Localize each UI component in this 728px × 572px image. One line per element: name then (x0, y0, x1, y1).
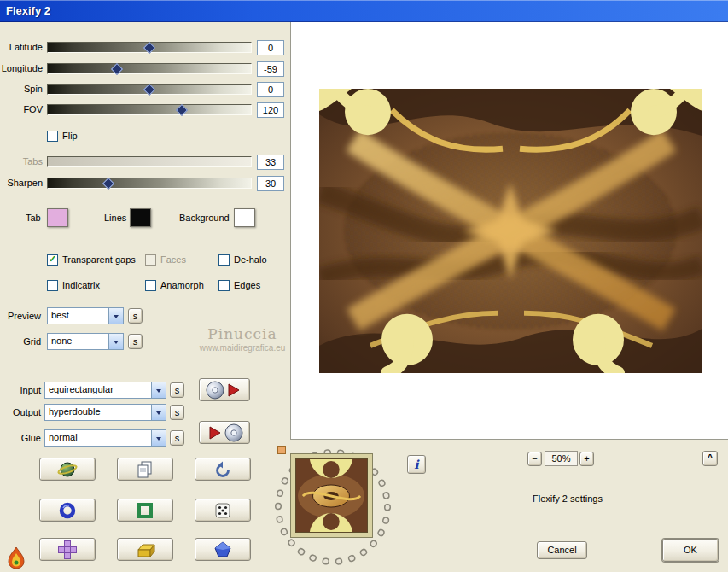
sharpen-value[interactable]: 30 (257, 176, 284, 191)
latitude-row: Latitude 0 (0, 41, 286, 56)
disc-play-icon (201, 380, 248, 400)
chevron-down-icon[interactable] (151, 430, 166, 446)
window-title: Flexify 2 (6, 4, 50, 17)
spin-value[interactable]: 0 (257, 82, 284, 97)
glue-s-button[interactable]: s (170, 430, 184, 446)
frame-button[interactable] (117, 499, 173, 522)
checkbox-indicatrix[interactable]: Indicatrix (47, 279, 100, 291)
collapse-button[interactable]: ^ (702, 451, 718, 466)
preview-image (319, 89, 702, 373)
blue-pentagon-icon (213, 540, 233, 560)
save-settings-button[interactable] (199, 421, 250, 444)
input-combo-label: Input (0, 385, 41, 395)
preview-select[interactable]: best (47, 307, 124, 324)
title-bar[interactable]: Flexify 2 (0, 0, 728, 22)
sharpen-row: Sharpen 30 (0, 177, 286, 192)
ring-marker[interactable] (277, 446, 286, 454)
flip-checkbox-box[interactable] (47, 131, 58, 142)
grid-combo-label: Grid (0, 336, 41, 347)
chevron-down-icon[interactable] (108, 334, 123, 349)
tabs-row: Tabs 33 (0, 155, 286, 171)
box-button[interactable] (117, 538, 173, 561)
dice-icon (213, 500, 233, 521)
checkbox-de-halo[interactable]: De-halo (218, 254, 267, 266)
ring-button[interactable] (39, 499, 96, 522)
spin-label: Spin (0, 84, 43, 94)
flexify-dialog: Flexify 2 (0, 0, 728, 572)
flip-checkbox[interactable]: Flip (47, 130, 78, 142)
sharpen-slider[interactable] (47, 178, 252, 189)
chevron-down-icon[interactable] (151, 382, 166, 398)
output-combo-label: Output (0, 407, 41, 417)
gem-button[interactable] (195, 538, 251, 561)
checkbox-anamorph[interactable]: Anamorph (145, 279, 204, 291)
checkbox-transparent-gaps[interactable]: ✓ Transparent gaps (47, 254, 136, 266)
tab-color-label: Tab (26, 213, 41, 223)
yellow-box-icon (134, 540, 156, 560)
zoom-in-button[interactable]: + (579, 452, 594, 466)
fov-slider[interactable] (47, 104, 252, 115)
ok-button[interactable]: OK (662, 539, 719, 562)
cancel-button[interactable]: Cancel (537, 541, 587, 559)
grid-s-button[interactable]: s (128, 334, 143, 349)
longitude-label: Longitude (0, 63, 43, 73)
fov-label: FOV (0, 104, 43, 114)
grid-select[interactable]: none (47, 333, 124, 350)
output-s-button[interactable]: s (170, 405, 184, 420)
flip-label: Flip (62, 131, 78, 141)
zoom-out-button[interactable]: − (527, 452, 542, 466)
copy-pages-icon (135, 459, 155, 480)
preview-combo-label: Preview (0, 311, 41, 321)
thumbnail-frame[interactable] (290, 453, 373, 538)
chevron-down-icon[interactable] (151, 405, 166, 420)
thumbnail-image[interactable] (295, 458, 368, 533)
sharpen-slider-thumb[interactable] (102, 178, 114, 190)
undo-button[interactable] (195, 458, 251, 481)
lines-color-swatch[interactable] (130, 208, 151, 227)
planet-button[interactable] (39, 458, 96, 481)
longitude-slider-thumb[interactable] (111, 63, 123, 75)
fov-slider-thumb[interactable] (176, 104, 188, 116)
checkbox-faces: Faces (145, 254, 186, 266)
glue-combo-label: Glue (0, 433, 41, 443)
spin-row: Spin 0 (0, 83, 286, 98)
preview-s-button[interactable]: s (128, 308, 143, 324)
output-select[interactable]: hyperdouble (44, 404, 166, 421)
spin-slider[interactable] (47, 84, 252, 95)
undo-arrow-icon (213, 459, 233, 480)
cross-button[interactable] (39, 538, 96, 561)
checkbox-edges[interactable]: Edges (218, 279, 260, 291)
random-button[interactable] (195, 499, 251, 522)
background-color-swatch[interactable] (234, 208, 255, 227)
tabs-value[interactable]: 33 (257, 155, 284, 170)
status-text: Flexify 2 settings (504, 493, 632, 504)
longitude-value[interactable]: -59 (257, 61, 284, 77)
latitude-slider-thumb[interactable] (143, 42, 155, 54)
tabs-slider (47, 156, 252, 167)
tab-color-swatch[interactable] (47, 208, 68, 227)
info-button[interactable]: i (407, 455, 426, 474)
zoom-level: 50% (545, 451, 578, 466)
input-select[interactable]: equirectangular (44, 382, 166, 399)
longitude-slider[interactable] (47, 63, 252, 74)
copy-button[interactable] (117, 458, 173, 481)
latitude-label: Latitude (0, 42, 43, 52)
purple-cross-icon (57, 540, 78, 560)
latitude-value[interactable]: 0 (257, 40, 284, 55)
longitude-row: Longitude -59 (0, 62, 286, 78)
spin-slider-thumb[interactable] (143, 84, 155, 96)
torus-icon (57, 500, 78, 521)
fov-value[interactable]: 120 (257, 102, 284, 118)
lines-color-label: Lines (104, 213, 126, 223)
fov-row: FOV 120 (0, 103, 286, 119)
check-icon: ✓ (49, 254, 56, 264)
play-disc-icon (201, 423, 248, 443)
latitude-slider[interactable] (47, 42, 252, 53)
input-s-button[interactable]: s (170, 382, 184, 398)
glue-select[interactable]: normal (44, 429, 166, 447)
chevron-down-icon[interactable] (108, 308, 123, 324)
planet-icon (57, 459, 78, 480)
preview-panel (290, 22, 728, 440)
background-color-label: Background (179, 213, 230, 223)
load-settings-button[interactable] (199, 378, 250, 401)
